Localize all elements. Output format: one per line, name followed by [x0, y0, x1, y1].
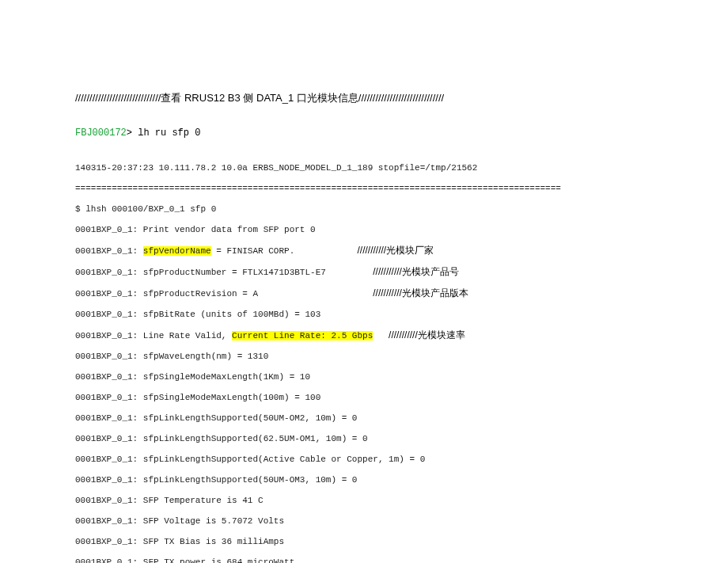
comment-vendor: ///////////光模块厂家	[358, 245, 434, 256]
command-text: > lh ru sfp 0	[127, 127, 201, 139]
command-prompt-line: FBJ000172> lh ru sfp 0	[75, 127, 653, 139]
out-line: 0001BXP_0_1: sfpBitRate (units of 100MBd…	[75, 310, 653, 320]
out-line: 0001BXP_0_1: sfpLinkLengthSupported(62.5…	[75, 434, 653, 444]
log-header: 140315-20:37:23 10.111.78.2 10.0a ERBS_N…	[75, 163, 653, 173]
highlight-line-rate: Current Line Rate: 2.5 Gbps	[232, 331, 373, 340]
out-line-rev: 0001BXP_0_1: sfpProductRevision = A ////…	[75, 288, 653, 299]
out-line: 0001BXP_0_1: Print vendor data from SFP …	[75, 225, 653, 235]
out-line: 0001BXP_0_1: sfpWaveLength(nm) = 1310	[75, 352, 653, 362]
out-line-product: 0001BXP_0_1: sfpProductNumber = FTLX1471…	[75, 267, 653, 278]
hostname-prompt: FBJ000172	[75, 127, 127, 139]
out-line: 0001BXP_0_1: sfpSingleModeMaxLength(1Km)…	[75, 372, 653, 382]
terminal-output: 140315-20:37:23 10.111.78.2 10.0a ERBS_N…	[75, 153, 653, 563]
comment-rev: ///////////光模块产品版本	[373, 287, 468, 299]
comment-product: ///////////光模块产品号	[373, 266, 459, 277]
out-line: 0001BXP_0_1: SFP TX power is 684 microWa…	[75, 557, 653, 563]
out-line: 0001BXP_0_1: sfpLinkLengthSupported(50UM…	[75, 475, 653, 485]
out-line: 0001BXP_0_1: SFP Temperature is 41 C	[75, 496, 653, 506]
out-line-rate: 0001BXP_0_1: Line Rate Valid, Current Li…	[75, 330, 653, 341]
out-line: 0001BXP_0_1: SFP TX Bias is 36 milliAmps	[75, 537, 653, 547]
highlight-vendor-name: sfpVendorName	[143, 246, 211, 256]
section-title: //////////////////////////////查看 RRUS12 …	[75, 91, 653, 105]
shell-command: $ lhsh 000100/BXP_0_1 sfp 0	[75, 204, 653, 215]
out-line: 0001BXP_0_1: SFP Voltage is 5.7072 Volts	[75, 516, 653, 527]
out-line: 0001BXP_0_1: sfpSingleModeMaxLength(100m…	[75, 393, 653, 403]
comment-rate: ///////////光模块速率	[389, 329, 465, 340]
out-line: 0001BXP_0_1: sfpLinkLengthSupported(50UM…	[75, 413, 653, 424]
separator: ========================================…	[75, 184, 653, 194]
out-line-vendor: 0001BXP_0_1: sfpVendorName = FINISAR COR…	[75, 245, 653, 257]
out-line: 0001BXP_0_1: sfpLinkLengthSupported(Acti…	[75, 455, 653, 465]
